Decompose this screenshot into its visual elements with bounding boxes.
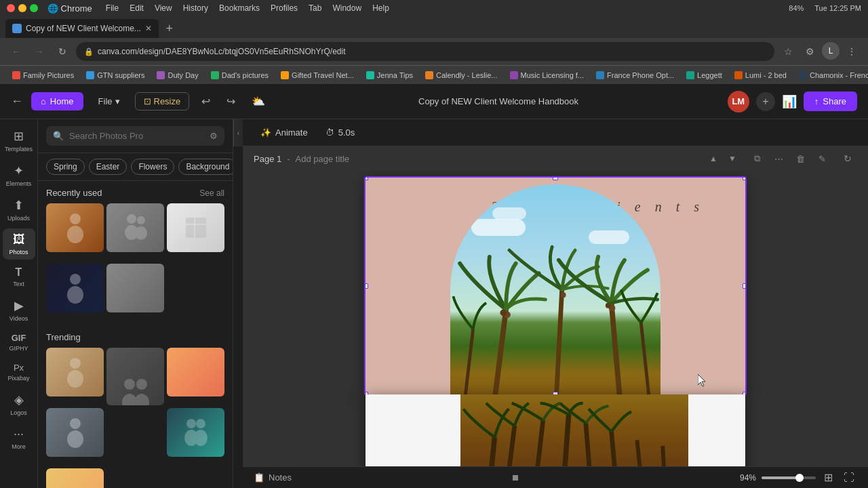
profile-button[interactable]: L [822,42,840,60]
menu-profiles[interactable]: Profiles [271,3,298,13]
sidebar-item-uploads[interactable]: ⬆ Uploads [3,194,35,226]
close-button[interactable] [7,4,15,12]
canvas-page-1[interactable]: 2 0 2 2 C l i e n t s [366,178,745,394]
search-input[interactable] [69,131,204,141]
sidebar-item-giphy[interactable]: GIF GIPHY [3,329,35,356]
forward-button[interactable]: → [30,42,49,61]
add-team-member-button[interactable]: + [756,92,775,111]
category-spring[interactable]: Spring [46,159,85,175]
bookmark-duty-day[interactable]: Duty Day [151,68,203,83]
trending-photo-6[interactable] [46,468,104,488]
bookmark-chamonix[interactable]: Chamonix - French [793,68,868,83]
sidebar-item-text[interactable]: T Text [3,262,35,291]
refresh-button[interactable]: ↻ [53,42,72,61]
page-up-button[interactable]: ▲ [705,150,722,167]
menu-tab[interactable]: Tab [309,3,321,13]
trending-photo-2[interactable] [106,348,164,405]
page-down-button[interactable]: ▼ [724,150,741,167]
active-tab[interactable]: Copy of NEW Client Welcome... ✕ [5,19,159,38]
sidebar-item-more[interactable]: ··· More [3,423,35,454]
bookmark-family-pictures[interactable]: Family Pictures [7,68,79,83]
back-button[interactable]: ← [7,42,26,61]
sidebar-item-photos[interactable]: 🖼 Photos [3,228,35,260]
redo-button[interactable]: ↪ [222,92,239,110]
add-notes-button[interactable]: ✎ [812,149,831,168]
tab-close-button[interactable]: ✕ [145,24,152,33]
resize-button[interactable]: ⊡ Resize [135,92,190,110]
videos-label: Videos [9,315,28,322]
extensions-button[interactable]: ⚙ [800,42,819,61]
window-controls[interactable] [7,4,38,12]
analytics-button[interactable]: 📊 [782,94,797,109]
new-tab-button[interactable]: + [160,19,179,38]
share-icon: ↑ [814,96,819,106]
bookmark-music[interactable]: Music Licensing f... [505,68,590,83]
sidebar-item-elements[interactable]: ✦ Elements [3,159,35,191]
sidebar-item-pixabay[interactable]: Px Pixabay [3,359,35,386]
menu-edit[interactable]: Edit [130,3,144,13]
category-easter[interactable]: Easter [89,159,127,175]
bookmark-france[interactable]: France Phone Opt... [591,68,679,83]
trending-photo-3[interactable] [167,348,224,405]
bookmark-star-button[interactable]: ☆ [778,42,797,61]
minimize-button[interactable] [18,4,26,12]
animate-button[interactable]: ✨ Animate [254,124,315,141]
undo-button[interactable]: ↩ [197,92,214,110]
user-avatar[interactable]: LM [728,91,749,113]
logos-label: Logos [10,409,27,416]
recent-photo-4[interactable] [46,264,104,321]
canvas-action-bar: ✨ Animate ⏱ 5.0s [243,119,868,146]
filter-button[interactable]: ⚙ [210,131,218,141]
bookmark-calendly[interactable]: Calendly - Leslie... [420,68,503,83]
canva-app: ← ⌂ Home File ▾ ⊡ Resize ↩ ↪ ⛅ Copy of N… [0,84,868,488]
duplicate-page-button[interactable]: ⧉ [747,149,766,168]
zoom-slider[interactable] [762,476,816,479]
save-button[interactable]: ⛅ [248,92,269,110]
maximize-button[interactable] [30,4,38,12]
page-dot[interactable]: ▲ [513,475,518,481]
home-button[interactable]: ⌂ Home [31,92,83,110]
bookmark-gifted[interactable]: Gifted Travel Net... [275,68,359,83]
sidebar-item-templates[interactable]: ⊞ Templates [3,125,35,157]
page-settings-button[interactable]: ⋯ [769,149,788,168]
recent-photo-3[interactable] [167,203,224,261]
see-all-button[interactable]: See all [199,188,224,198]
grid-view-button[interactable]: ⊞ [821,470,835,485]
trending-photo-4[interactable] [46,408,104,466]
recent-photo-5[interactable] [106,264,164,321]
back-to-home-button[interactable]: ← [11,94,23,108]
delete-page-button[interactable]: 🗑 [791,149,810,168]
bookmark-leggett[interactable]: Leggett [681,68,728,83]
menu-help[interactable]: Help [372,3,389,13]
menu-history[interactable]: History [183,3,208,13]
bookmark-gtn-suppliers[interactable]: GTN suppliers [81,68,150,83]
menu-window[interactable]: Window [332,3,361,13]
file-menu-button[interactable]: File ▾ [92,92,127,110]
notes-button[interactable]: 📋 Notes [254,472,292,483]
address-bar[interactable]: 🔒 canva.com/design/DAE8YBwNoLc/btqjOS0Vn… [76,42,774,61]
menu-file[interactable]: File [106,3,119,13]
share-button[interactable]: ↑ Share [804,92,857,111]
canvas-scroll-area[interactable]: 2 0 2 2 C l i e n t s [243,171,868,466]
bookmark-lumi[interactable]: Lumi - 2 bed [729,68,792,83]
duration-button[interactable]: ⏱ 5.0s [319,124,362,141]
search-bar[interactable]: 🔍 ⚙ [46,126,224,146]
trending-photo-5[interactable] [167,408,224,466]
menu-view[interactable]: View [155,3,172,13]
menu-bookmarks[interactable]: Bookmarks [219,3,260,13]
trending-photo-1[interactable] [46,348,104,405]
page-title-field[interactable]: Add page title [296,154,350,164]
panel-collapse-button[interactable]: ‹ [233,119,243,146]
canvas-page-2[interactable] [366,394,745,466]
sidebar-item-videos[interactable]: ▶ Videos [3,294,35,326]
category-background[interactable]: Background [178,159,233,175]
refresh-canvas-button[interactable]: ↻ [838,149,857,168]
fullscreen-button[interactable]: ⛶ [841,470,857,485]
recent-photo-1[interactable] [46,203,104,261]
sidebar-item-logos[interactable]: ◈ Logos [3,388,35,420]
more-menu-button[interactable]: ⋮ [842,42,861,61]
category-flowers[interactable]: Flowers [131,159,174,175]
bookmark-jenna[interactable]: Jenna Tips [361,68,418,83]
bookmark-dads-pictures[interactable]: Dad's pictures [205,68,274,83]
recent-photo-2[interactable] [106,203,164,261]
